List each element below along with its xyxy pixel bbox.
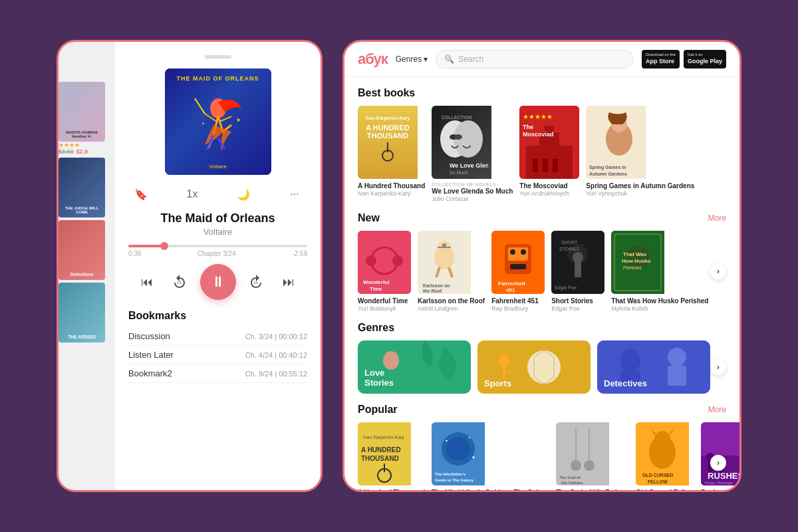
genres-chevron: ▾ xyxy=(424,55,428,64)
cover-overlay-1: Ivan Karpenko-Kary A HUNDREDTHOUSAND xyxy=(358,106,418,179)
popular-next-arrow[interactable]: › xyxy=(710,455,726,471)
pop-title-hundred: A Hundred Thousand xyxy=(358,489,425,490)
pop-cover-old-cursed: OLD CURSED FELLOW xyxy=(636,422,694,485)
skip-forward-button[interactable]: ⏭ xyxy=(277,270,301,294)
svg-text:How Husko: How Husko xyxy=(622,258,651,264)
forward-15-button[interactable]: 15 xyxy=(244,270,268,294)
book-title-moscoviad: The Moscoviad xyxy=(519,182,579,190)
wonderful-svg: Wonderful Time xyxy=(358,231,411,294)
bookmark-meta-listen-later: Ch. 4/24 | 00:40:12 xyxy=(245,351,307,359)
genres-menu[interactable]: Genres ▾ xyxy=(396,55,428,64)
bookmark-item-listen-later[interactable]: Listen Later Ch. 4/24 | 00:40:12 xyxy=(128,346,307,364)
svg-text:The Hitchhiker's: The Hitchhiker's xyxy=(435,472,466,476)
hitchhiker-svg: ✦ ✦ ✦ The Hitchhiker's Guide to The Gala… xyxy=(432,422,485,485)
app-store-badge[interactable]: Download on the App Store xyxy=(642,50,680,68)
new-books-next-arrow[interactable]: › xyxy=(710,263,726,279)
book-card-hundred-thousand[interactable]: Ivan Karpenko-Kary A HUNDREDTHOUSAND A H… xyxy=(358,106,425,202)
bookmark-item-2[interactable]: Bookmark2 Ch. 9/24 | 00:55:12 xyxy=(128,364,307,383)
bg-book-item-4[interactable]: THE AENEID xyxy=(59,283,105,342)
sleep-timer-icon[interactable]: 🌙 xyxy=(234,185,253,203)
pop-book-hitchhiker[interactable]: ✦ ✦ ✦ The Hitchhiker's Guide to The Gala… xyxy=(432,422,549,490)
speed-control[interactable]: 1x xyxy=(183,185,201,203)
bookmark-name-listen-later: Listen Later xyxy=(128,350,174,360)
pop-cover-hitchhiker: ✦ ✦ ✦ The Hitchhiker's Guide to The Gala… xyxy=(432,422,549,485)
book-card-fahrenheit[interactable]: Fahrenheit 451 Fahrenheit 451 Ray Bradbu… xyxy=(491,231,545,312)
genres-title: Genres xyxy=(358,322,394,334)
svg-line-5 xyxy=(195,98,205,114)
book-card-moscoviad[interactable]: ★★★★★ The Moscoviad The Mos xyxy=(519,106,579,202)
fahrenheit-svg: Fahrenheit 451 xyxy=(491,231,545,294)
cover-hundred-thousand: Ivan Karpenko-Kary A HUNDREDTHOUSAND xyxy=(358,106,425,179)
svg-text:STORIES: STORIES xyxy=(559,247,580,251)
cover-husko: That Was How Husko Perished xyxy=(611,231,708,294)
spring-games-svg: Spring Games in Autumn Gardens xyxy=(586,106,646,179)
svg-text:15: 15 xyxy=(253,281,258,285)
bookmark-item-discussion[interactable]: Discussion Ch. 3/24 | 00:00:12 xyxy=(128,327,307,346)
svg-point-62 xyxy=(573,252,583,263)
popular-books-row: Ivan Karpenko-Kary A HUNDRED THOUSAND A … xyxy=(358,422,726,490)
book-title-short-stories: Short Stories xyxy=(551,297,604,305)
svg-text:the Roof: the Roof xyxy=(423,289,442,293)
genre-card-detectives[interactable]: Detectives xyxy=(597,340,710,394)
genres-wrap: LoveStories Sports xyxy=(358,340,726,394)
progress-bar[interactable] xyxy=(128,245,307,247)
rope-illustration xyxy=(378,142,398,169)
svg-text:RUSHES: RUSHES xyxy=(708,471,739,481)
best-books-row: Ivan Karpenko-Kary A HUNDREDTHOUSAND A H… xyxy=(358,106,726,202)
bg-book-item-1[interactable]: NADIYA HUMENIHeather H. ★★★★ $3.50 $2.9 xyxy=(59,82,112,155)
book-author-wonderful: Yuri Bulatunyk xyxy=(358,305,411,312)
pause-icon: ⏸ xyxy=(211,273,225,291)
google-play-badge[interactable]: Get it on Google Play xyxy=(684,50,726,68)
pop-book-god-fathers[interactable]: The God of His Fathers The God of His Fa… xyxy=(556,422,629,490)
book-author-husko: Mykola Kulish xyxy=(611,305,708,312)
pause-button[interactable]: ⏸ xyxy=(200,264,236,300)
genre-card-love[interactable]: LoveStories xyxy=(358,340,471,394)
progress-handle[interactable] xyxy=(160,242,168,250)
bg-book-item-2[interactable]: THE JUDGE WILL COME xyxy=(59,158,105,217)
pop-book-hundred[interactable]: Ivan Karpenko-Kary A HUNDRED THOUSAND A … xyxy=(358,422,425,490)
book-cover: THE MAID OF ORLEANS xyxy=(165,68,271,175)
dancer-illustration: ★ ✦ xyxy=(188,88,248,162)
bookmark-icon[interactable]: 🔖 xyxy=(132,185,150,203)
search-box[interactable]: 🔍 Search xyxy=(436,50,634,68)
cover-big-text-1: A HUNDREDTHOUSAND xyxy=(366,124,410,140)
new-books-more[interactable]: More xyxy=(708,213,726,223)
bg-book-stars-1: ★★★★ xyxy=(59,142,112,148)
genre-card-sports[interactable]: Sports xyxy=(477,340,591,394)
book-author-moscoviad: Yuri Andrukhovych xyxy=(519,190,579,197)
book-card-short-stories[interactable]: SHORT STORIES Edgar Poe Short Stories Ed… xyxy=(551,231,604,312)
book-card-glenda[interactable]: COLLECTION We Love Glenda So Much COLLEC… xyxy=(432,106,513,202)
pop-cover-hundred: Ivan Karpenko-Kary A HUNDRED THOUSAND xyxy=(358,422,425,485)
search-placeholder: Search xyxy=(458,55,483,64)
pop-cover-god-fathers: The God of His Fathers xyxy=(556,422,629,485)
book-card-spring-games[interactable]: Spring Games in Autumn Gardens Spring Ga… xyxy=(586,106,694,202)
progress-labels: 0:36 Chapter 3/24 -2:59 xyxy=(128,250,307,257)
replay-15-button[interactable]: 15 xyxy=(168,270,192,294)
book-card-wonderful[interactable]: Wonderful Time Wonderful Time Yuri Bulat… xyxy=(358,231,411,312)
more-options-icon[interactable]: ··· xyxy=(285,185,304,203)
husko-svg: That Was How Husko Perished xyxy=(611,231,664,294)
bookmark-name-2: Bookmark2 xyxy=(128,368,172,378)
skip-back-button[interactable]: ⏮ xyxy=(135,270,159,294)
moscoviad-illustration: ★★★★★ The Moscoviad xyxy=(519,106,579,179)
svg-rect-83 xyxy=(358,422,411,485)
svg-text:So Much: So Much xyxy=(450,170,468,175)
book-card-husko[interactable]: That Was How Husko Perished That Was How… xyxy=(611,231,708,312)
left-tablet: NADIYA HUMENIHeather H. ★★★★ $3.50 $2.9 … xyxy=(57,40,323,492)
pop-book-old-cursed[interactable]: OLD CURSED FELLOW Old Cursed Fellow Pros… xyxy=(636,422,694,490)
genres-next-arrow[interactable]: › xyxy=(710,359,726,375)
book-title-karlsson: Karlsson on the Roof xyxy=(418,297,485,305)
svg-point-72 xyxy=(383,351,399,370)
svg-rect-80 xyxy=(668,366,686,386)
bg-book-item-3[interactable]: Detectives xyxy=(59,220,105,280)
popular-more[interactable]: More xyxy=(708,405,726,414)
app-logo: абук xyxy=(358,51,388,68)
svg-text:Guide to The Galaxy: Guide to The Galaxy xyxy=(435,478,474,482)
svg-text:THOUSAND: THOUSAND xyxy=(361,455,399,462)
svg-text:Fahrenheit: Fahrenheit xyxy=(498,281,525,287)
bg-book-price-1: $3.50 $2.9 xyxy=(59,148,112,155)
cover-glenda: COLLECTION We Love Glenda So Much xyxy=(432,106,513,179)
book-card-karlsson[interactable]: Karlsson on the Roof Karlsson on the Roo… xyxy=(418,231,485,312)
google-play-name: Google Play xyxy=(688,58,722,66)
pop-cover-rushes: RUSHES Yevgiy Sheniger xyxy=(701,422,739,485)
